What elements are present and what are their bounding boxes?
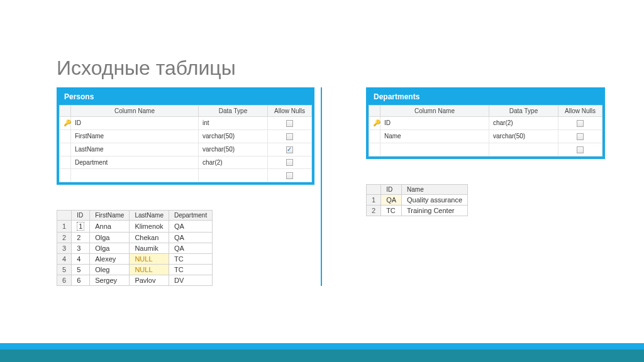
table-row[interactable]: 22OlgaChekanQA bbox=[57, 233, 213, 243]
checkbox-icon[interactable] bbox=[577, 133, 584, 140]
schema-col-name[interactable]: Name bbox=[380, 129, 489, 143]
schema-row[interactable]: 🔑IDint bbox=[60, 117, 312, 130]
grid-cell[interactable]: QA bbox=[169, 233, 212, 243]
schema-col-name[interactable]: LastName bbox=[71, 143, 199, 156]
allow-nulls-cell[interactable] bbox=[558, 143, 602, 156]
grid-column-header[interactable]: FirstName bbox=[90, 211, 130, 221]
schema-col-name[interactable]: ID bbox=[380, 117, 489, 130]
grid-cell[interactable]: Alexey bbox=[90, 254, 130, 265]
grid-cell[interactable]: QA bbox=[381, 194, 402, 205]
schema-row[interactable]: 🔑IDchar(2) bbox=[369, 117, 602, 130]
grid-cell[interactable]: TC bbox=[381, 205, 402, 216]
table-row[interactable]: 2TCTraining Center bbox=[367, 205, 468, 216]
grid-cell[interactable]: Olga bbox=[90, 243, 130, 254]
grid-cell[interactable]: NULL bbox=[130, 254, 169, 265]
grid-cell[interactable]: 1 bbox=[72, 221, 90, 233]
persons-schema-table[interactable]: Column Name Data Type Allow Nulls 🔑IDint… bbox=[59, 105, 312, 182]
grid-cell[interactable]: 4 bbox=[72, 254, 90, 265]
grid-cell[interactable]: TC bbox=[169, 265, 212, 275]
schema-col-name[interactable] bbox=[71, 169, 199, 182]
checkbox-icon[interactable] bbox=[577, 120, 584, 127]
pk-cell bbox=[60, 129, 71, 143]
allow-nulls-cell[interactable] bbox=[558, 117, 602, 130]
row-number[interactable]: 2 bbox=[367, 205, 381, 216]
grid-cell[interactable]: TC bbox=[169, 254, 212, 265]
grid-cell[interactable]: 3 bbox=[72, 243, 90, 254]
grid-cell[interactable]: Sergey bbox=[90, 275, 130, 286]
schema-row[interactable]: LastNamevarchar(50) bbox=[60, 143, 312, 156]
grid-cell[interactable]: DV bbox=[169, 275, 212, 286]
grid-cell[interactable]: NULL bbox=[130, 265, 169, 275]
allow-nulls-cell[interactable] bbox=[268, 129, 312, 143]
grid-cell[interactable]: QA bbox=[169, 243, 212, 254]
schema-data-type[interactable]: varchar(50) bbox=[199, 143, 268, 156]
schema-col-name[interactable]: Department bbox=[71, 156, 199, 169]
table-row[interactable]: 55OlegNULLTC bbox=[57, 265, 213, 275]
schema-row[interactable]: FirstNamevarchar(50) bbox=[60, 129, 312, 143]
schema-row[interactable] bbox=[60, 169, 312, 182]
grid-cell[interactable]: 5 bbox=[72, 265, 90, 275]
grid-column-header[interactable]: LastName bbox=[130, 211, 169, 221]
row-number[interactable]: 2 bbox=[57, 233, 72, 243]
schema-data-type[interactable]: varchar(50) bbox=[489, 129, 558, 143]
pk-cell bbox=[60, 169, 71, 182]
schema-data-type[interactable] bbox=[489, 143, 558, 156]
grid-cell[interactable]: Oleg bbox=[90, 265, 130, 275]
col-header-type: Data Type bbox=[489, 106, 558, 117]
schema-col-name[interactable]: ID bbox=[71, 117, 199, 130]
allow-nulls-cell[interactable] bbox=[558, 129, 602, 143]
checkbox-icon[interactable] bbox=[286, 172, 293, 179]
grid-cell[interactable]: Training Center bbox=[402, 205, 468, 216]
schema-row[interactable] bbox=[369, 143, 602, 156]
schema-row[interactable]: Departmentchar(2) bbox=[60, 156, 312, 169]
grid-cell[interactable]: 2 bbox=[72, 233, 90, 243]
table-row[interactable]: 66SergeyPavlovDV bbox=[57, 275, 213, 286]
schema-data-type[interactable] bbox=[199, 169, 268, 182]
grid-cell[interactable]: Quality assurance bbox=[402, 194, 468, 205]
page-title: Исходные таблицы bbox=[57, 57, 644, 80]
departments-schema-panel: Departments Column Name Data Type Allow … bbox=[366, 87, 605, 159]
allow-nulls-cell[interactable] bbox=[268, 169, 312, 182]
grid-column-header[interactable]: ID bbox=[381, 184, 402, 194]
checkbox-icon[interactable] bbox=[286, 159, 293, 166]
departments-schema-table[interactable]: Column Name Data Type Allow Nulls 🔑IDcha… bbox=[369, 105, 602, 156]
checkbox-icon[interactable] bbox=[286, 120, 293, 127]
grid-column-header[interactable]: Department bbox=[169, 211, 212, 221]
grid-cell[interactable]: Pavlov bbox=[130, 275, 169, 286]
row-number[interactable]: 6 bbox=[57, 275, 72, 286]
grid-cell[interactable]: Naumik bbox=[130, 243, 169, 254]
persons-data-grid[interactable]: IDFirstNameLastNameDepartment 11AnnaKlim… bbox=[57, 210, 213, 286]
departments-data-grid[interactable]: IDName 1QAQuality assurance2TCTraining C… bbox=[366, 184, 468, 216]
row-number[interactable]: 3 bbox=[57, 243, 72, 254]
checkbox-icon[interactable] bbox=[286, 146, 293, 153]
allow-nulls-cell[interactable] bbox=[268, 117, 312, 130]
allow-nulls-cell[interactable] bbox=[268, 156, 312, 169]
grid-column-header[interactable]: Name bbox=[402, 184, 468, 194]
checkbox-icon[interactable] bbox=[577, 146, 584, 153]
grid-cell[interactable]: QA bbox=[169, 221, 212, 233]
row-number[interactable]: 5 bbox=[57, 265, 72, 275]
table-row[interactable]: 44AlexeyNULLTC bbox=[57, 254, 213, 265]
grid-cell[interactable]: Olga bbox=[90, 233, 130, 243]
checkbox-icon[interactable] bbox=[286, 133, 293, 140]
schema-col-name[interactable] bbox=[380, 143, 489, 156]
schema-data-type[interactable]: int bbox=[199, 117, 268, 130]
row-number[interactable]: 1 bbox=[57, 221, 72, 233]
grid-cell[interactable]: Anna bbox=[90, 221, 130, 233]
schema-data-type[interactable]: char(2) bbox=[199, 156, 268, 169]
grid-cell[interactable]: 6 bbox=[72, 275, 90, 286]
table-row[interactable]: 33OlgaNaumikQA bbox=[57, 243, 213, 254]
row-number[interactable]: 1 bbox=[367, 194, 381, 205]
grid-cell[interactable]: Chekan bbox=[130, 233, 169, 243]
grid-cell[interactable]: Klimenok bbox=[130, 221, 169, 233]
grid-column-header[interactable]: ID bbox=[72, 211, 90, 221]
table-row[interactable]: 1QAQuality assurance bbox=[367, 194, 468, 205]
table-row[interactable]: 11AnnaKlimenokQA bbox=[57, 221, 213, 233]
schema-col-name[interactable]: FirstName bbox=[71, 129, 199, 143]
allow-nulls-cell[interactable] bbox=[268, 143, 312, 156]
persons-schema-panel: Persons Column Name Data Type Allow Null… bbox=[57, 87, 314, 185]
row-number[interactable]: 4 bbox=[57, 254, 72, 265]
schema-data-type[interactable]: varchar(50) bbox=[199, 129, 268, 143]
schema-data-type[interactable]: char(2) bbox=[489, 117, 558, 130]
schema-row[interactable]: Namevarchar(50) bbox=[369, 129, 602, 143]
